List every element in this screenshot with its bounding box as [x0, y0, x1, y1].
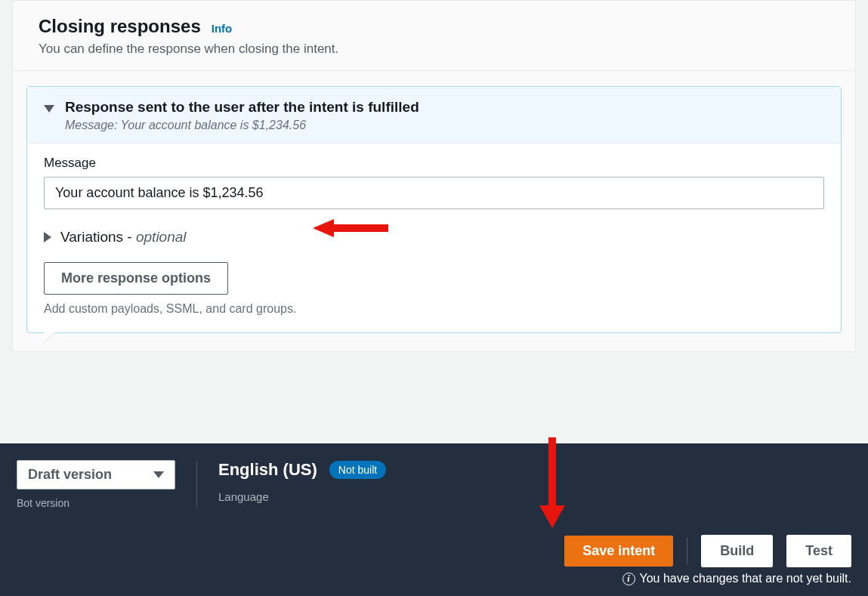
footer-actions: Save intent Build Test: [17, 535, 851, 567]
language-caption: Language: [218, 490, 386, 503]
test-button[interactable]: Test: [786, 535, 851, 567]
caret-down-icon: [44, 105, 54, 113]
info-link[interactable]: Info: [212, 22, 233, 35]
save-intent-button[interactable]: Save intent: [564, 536, 673, 567]
response-summary-value: Your account balance is $1,234.56: [121, 119, 307, 131]
panel-header: Closing responses Info You can define th…: [13, 1, 855, 71]
footer-bar: Draft version Bot version English (US) N…: [0, 443, 868, 596]
bot-version-caption: Bot version: [17, 497, 175, 509]
more-options-hint: Add custom payloads, SSML, and card grou…: [44, 302, 824, 316]
more-response-options-button[interactable]: More response options: [44, 262, 228, 295]
build-button[interactable]: Build: [701, 535, 773, 567]
changes-note-text: You have changes that are not yet built.: [640, 572, 852, 585]
caret-down-icon: [153, 471, 164, 478]
response-section-toggle[interactable]: Response sent to the user after the inte…: [27, 87, 841, 144]
response-summary: Message: Your account balance is $1,234.…: [65, 119, 824, 132]
language-name: English (US): [218, 460, 317, 480]
vertical-divider: [687, 538, 687, 565]
panel-title: Closing responses: [39, 16, 201, 37]
speech-bubble-tail: [44, 332, 56, 342]
status-badge: Not built: [329, 461, 386, 479]
panel-description: You can define the response when closing…: [39, 42, 829, 57]
draft-version-select[interactable]: Draft version: [17, 460, 175, 489]
draft-version-label: Draft version: [28, 467, 112, 483]
info-circle-icon: i: [622, 573, 635, 585]
message-field-label: Message: [44, 156, 824, 171]
response-section-title: Response sent to the user after the inte…: [65, 99, 824, 116]
response-body: Message Variations - optional More respo…: [27, 144, 841, 332]
panel-body: Response sent to the user after the inte…: [13, 71, 855, 351]
vertical-divider: [196, 462, 197, 508]
language-column: English (US) Not built Language: [218, 460, 386, 503]
response-summary-prefix: Message:: [65, 119, 121, 131]
bot-version-column: Draft version Bot version: [17, 460, 175, 509]
variations-label: Variations - optional: [60, 229, 187, 246]
footer-note: i You have changes that are not yet buil…: [17, 572, 851, 585]
caret-right-icon: [44, 232, 51, 242]
response-card: Response sent to the user after the inte…: [26, 86, 842, 333]
variations-toggle[interactable]: Variations - optional: [44, 229, 824, 246]
closing-responses-panel: Closing responses Info You can define th…: [12, 0, 856, 352]
message-input[interactable]: [44, 177, 824, 209]
